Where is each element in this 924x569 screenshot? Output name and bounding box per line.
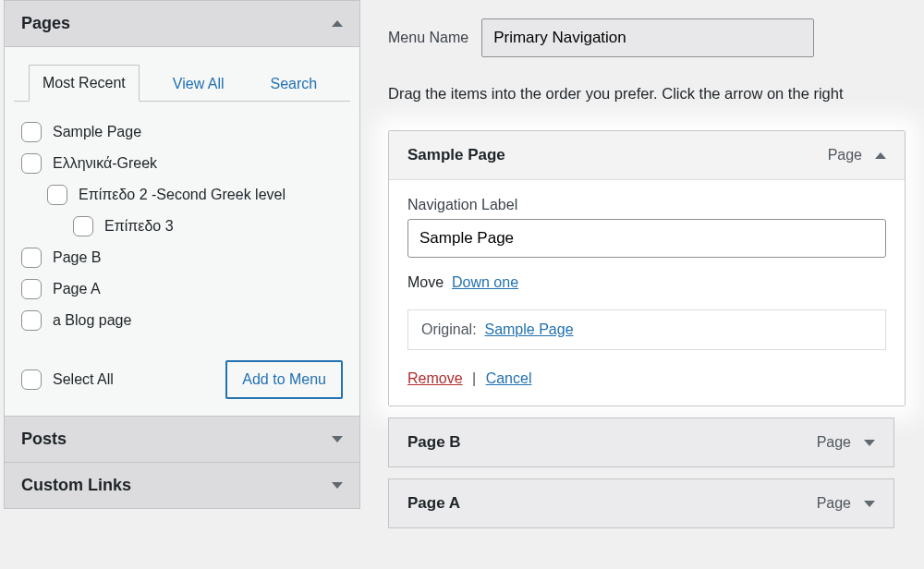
menu-item-type: Page [828,147,862,163]
checkbox-icon[interactable] [73,216,93,236]
page-item[interactable]: Page A [21,273,343,305]
add-to-menu-button[interactable]: Add to Menu [225,360,343,399]
tab-most-recent[interactable]: Most Recent [29,65,140,102]
checkbox-icon[interactable] [21,248,42,268]
page-item[interactable]: Page B [21,242,343,273]
instructions-text: Drag the items into the order you prefer… [388,85,924,103]
caret-up-icon [875,152,886,159]
pages-accordion-toggle[interactable]: Pages [5,1,359,46]
caret-down-icon [332,436,343,442]
move-label: Move [407,274,444,290]
page-item[interactable]: Επίπεδο 2 -Second Greek level [21,179,343,211]
menu-item-toggle[interactable]: Page A Page [389,479,894,527]
move-down-one-link[interactable]: Down one [452,274,518,290]
checkbox-icon[interactable] [21,310,42,331]
checkbox-icon[interactable] [21,153,42,174]
checkbox-icon[interactable] [21,122,42,142]
menu-name-input[interactable] [481,18,814,57]
custom-links-accordion-title: Custom Links [21,476,131,495]
page-item[interactable]: Ελληνικά-Greek [21,148,343,179]
page-item[interactable]: Επίπεδο 3 [21,211,343,242]
menu-item-type: Page [817,434,851,451]
checkbox-icon[interactable] [21,369,42,390]
menu-item-title: Page B [407,433,817,452]
menu-name-label: Menu Name [388,30,468,46]
posts-accordion-title: Posts [21,430,67,449]
checkbox-icon[interactable] [47,185,67,205]
caret-down-icon [864,440,875,446]
page-item-label: Page A [53,280,101,297]
page-item-label: a Blog page [53,311,131,329]
page-item-label: Ελληνικά-Greek [53,154,157,172]
page-item-label: Page B [53,248,101,266]
page-item-label: Επίπεδο 2 -Second Greek level [79,186,286,203]
original-label: Original: [421,321,477,337]
pages-accordion-title: Pages [21,14,70,33]
page-item-label: Sample Page [53,123,141,140]
nav-label-field-label: Navigation Label [407,197,886,213]
select-all-label: Select All [53,371,114,388]
separator: | [472,370,476,386]
select-all-checkbox[interactable]: Select All [21,369,114,390]
posts-accordion-toggle[interactable]: Posts [5,417,359,462]
page-item[interactable]: a Blog page [21,305,343,336]
page-item[interactable]: Sample Page [21,116,343,148]
menu-item-title: Sample Page [407,146,828,164]
cancel-link[interactable]: Cancel [486,370,532,386]
remove-link[interactable]: Remove [407,370,463,386]
original-page-link[interactable]: Sample Page [484,321,573,337]
caret-down-icon [864,501,875,507]
caret-down-icon [332,482,343,489]
menu-item-toggle[interactable]: Page B Page [389,418,894,466]
menu-item-type: Page [817,495,851,512]
checkbox-icon[interactable] [21,279,42,299]
menu-item-title: Page A [407,494,817,513]
caret-up-icon [332,20,343,27]
custom-links-accordion-toggle[interactable]: Custom Links [5,463,359,508]
nav-label-input[interactable] [407,219,886,258]
tab-search[interactable]: Search [258,67,331,102]
tab-view-all[interactable]: View All [160,67,237,102]
menu-item-toggle[interactable]: Sample Page Page [389,131,905,180]
page-item-label: Επίπεδο 3 [104,217,174,235]
